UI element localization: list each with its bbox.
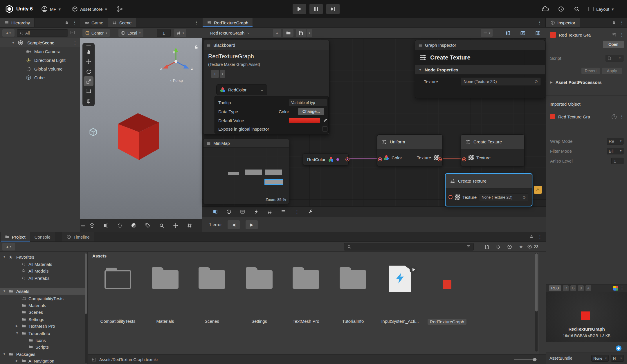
texture-preview[interactable]: RedTextureGraph 16x16 RGBA8 sRGB 1.3 KB — [546, 292, 627, 342]
previous-error-button[interactable]: ◀ — [228, 220, 240, 229]
pivot-button[interactable]: Center ▾ — [82, 29, 110, 37]
graph-canvas[interactable]: RedColor Uniform Color Texture — [202, 38, 546, 206]
tree-item-icons[interactable]: Icons — [0, 337, 87, 344]
lock-icon[interactable] — [65, 21, 69, 25]
asset-item-inputsystem[interactable]: InputSystem_Acti... — [378, 263, 422, 325]
tree-scrollbar[interactable] — [85, 253, 87, 363]
hierarchy-item-samplescene[interactable]: ▼ SampleScene ⋮ — [0, 38, 80, 47]
graph-info-button[interactable] — [224, 208, 233, 216]
add-variable-options-button[interactable]: ▾ — [220, 70, 225, 78]
save-asset-button[interactable] — [296, 29, 306, 37]
thumbnail-zoom-slider[interactable] — [514, 359, 537, 360]
search-by-label-button[interactable] — [493, 243, 502, 251]
next-error-button[interactable]: ▶ — [246, 220, 258, 229]
texture-object-field[interactable]: None (Texture 2D) ⊙ — [479, 193, 528, 201]
eyedropper-icon[interactable] — [323, 118, 328, 123]
node-uniform[interactable]: Uniform Color Texture — [377, 134, 443, 166]
view-tool-button[interactable] — [84, 47, 93, 57]
grid-size-input[interactable]: 1 — [157, 29, 171, 37]
create-object-button[interactable]: + ▾ — [2, 29, 15, 37]
channel-r-button[interactable]: R — [563, 285, 569, 291]
content-scrollbar[interactable] — [535, 253, 538, 352]
create-asset-button[interactable]: + ▾ — [2, 243, 15, 251]
minimap-panel[interactable]: MiniMap Zoom: 85 % — [203, 139, 289, 204]
play-button[interactable] — [293, 4, 306, 14]
color-swatch[interactable] — [289, 118, 320, 123]
hidden-count-button[interactable]: 23 — [527, 243, 538, 251]
tree-item-all-prefabs[interactable]: All Prefabs — [0, 275, 87, 282]
node-properties-foldout[interactable]: ▼ Node Properties — [415, 65, 545, 75]
shading-button[interactable] — [129, 221, 138, 230]
uniform-output-port[interactable] — [438, 157, 442, 161]
panel-menu-button[interactable]: ⋮ — [194, 20, 199, 25]
asset-item-materials[interactable]: Materials — [143, 263, 187, 325]
tab-inspector[interactable]: Inspector — [546, 18, 580, 27]
edge-color[interactable] — [349, 158, 379, 159]
graph-panels-button[interactable] — [211, 208, 219, 216]
panel-menu-button[interactable]: ⋮ — [538, 235, 542, 239]
orientation-gizmo[interactable] — [156, 44, 196, 78]
save-options-button[interactable]: ▾ — [307, 29, 312, 37]
play-badge[interactable] — [410, 266, 417, 273]
hierarchy-item-directional-light[interactable]: Directional Light — [0, 56, 80, 64]
tree-item-scenes[interactable]: Scenes — [0, 309, 87, 316]
tree-item-packages[interactable]: ▼ Packages — [0, 351, 87, 358]
redcolor-output-port[interactable] — [345, 157, 349, 161]
hierarchy-item-global-volume[interactable]: Global Volume — [0, 64, 80, 73]
view-cube-icon[interactable] — [89, 128, 98, 136]
draw-mode-button[interactable] — [88, 221, 96, 230]
variant-dropdown[interactable]: N ▾ — [611, 355, 624, 362]
input-port[interactable] — [448, 195, 453, 199]
tree-item-all-materials[interactable]: All Materials — [0, 261, 87, 268]
channel-b-button[interactable]: B — [578, 285, 584, 291]
grid-toggle-button[interactable] — [185, 221, 194, 230]
graph-settings-button[interactable] — [306, 208, 315, 216]
graph-grid-button[interactable] — [265, 208, 274, 216]
cloud-button[interactable] — [542, 0, 549, 18]
tab-project[interactable]: Project — [1, 232, 30, 242]
rect-tool-button[interactable] — [84, 86, 93, 96]
tree-scrollbar-thumb[interactable] — [85, 253, 87, 314]
tab-game[interactable]: Game — [80, 18, 108, 27]
graph-compile-button[interactable] — [252, 208, 260, 216]
transform-tool-button[interactable] — [84, 96, 93, 106]
lock-icon[interactable] — [529, 235, 534, 239]
node-redcolor[interactable]: RedColor — [303, 153, 349, 165]
scene-viewport[interactable]: y x z ‹ Persp — [80, 38, 202, 219]
tab-timeline[interactable]: Timeline — [62, 232, 94, 242]
hierarchy-search-input[interactable]: All — [17, 29, 68, 37]
filter-mode-dropdown[interactable]: Bil ▾ — [607, 148, 624, 154]
open-button[interactable]: Open — [603, 41, 624, 48]
aniso-level-input[interactable]: 1 — [611, 158, 624, 164]
content-scrollbar-thumb[interactable] — [535, 253, 538, 311]
object-picker-icon[interactable]: ⊙ — [522, 195, 526, 199]
tree-item-all-models[interactable]: All Models — [0, 267, 87, 274]
uniform-input-port[interactable] — [378, 157, 382, 161]
blackboard-header[interactable]: Blackboard — [203, 40, 329, 50]
apply-button[interactable]: Apply — [602, 68, 622, 74]
search-button[interactable] — [574, 0, 580, 18]
asset-item-textmeshpro[interactable]: TextMesh Pro — [284, 263, 328, 325]
lock-icon[interactable] — [612, 21, 616, 25]
tree-item-compatibilitytests[interactable]: CompatibilityTests — [0, 295, 87, 302]
graph-frame-button[interactable] — [238, 208, 247, 216]
tree-item-scripts[interactable]: Scripts — [0, 343, 87, 350]
wrap-mode-dropdown[interactable]: Re ▾ — [607, 138, 624, 145]
script-object-field[interactable]: ⊙ — [606, 55, 624, 62]
wireframe-button[interactable] — [116, 221, 124, 230]
panel-menu-button[interactable]: ⋮ — [537, 20, 542, 25]
pause-button[interactable] — [309, 4, 323, 14]
version-control-button[interactable] — [117, 0, 123, 18]
asset-postprocessors-foldout[interactable]: ▶ Asset PostProcessors — [550, 80, 602, 85]
scrollbar-nub[interactable] — [81, 225, 85, 226]
channel-rgb-button[interactable]: RGB — [549, 285, 561, 291]
minimap-header[interactable]: MiniMap — [203, 139, 289, 148]
asset-labels-button[interactable] — [616, 345, 621, 351]
variable-redcolor[interactable]: RedColor ⌄ — [216, 84, 267, 95]
projection-label[interactable]: ‹ Persp — [165, 78, 188, 83]
slider-knob[interactable] — [533, 358, 536, 361]
hierarchy-item-cube[interactable]: Cube — [0, 73, 80, 82]
revert-button[interactable]: Revert — [581, 68, 600, 74]
pan-button[interactable] — [171, 221, 180, 230]
panel-menu-button[interactable]: ⋮ — [72, 20, 77, 25]
